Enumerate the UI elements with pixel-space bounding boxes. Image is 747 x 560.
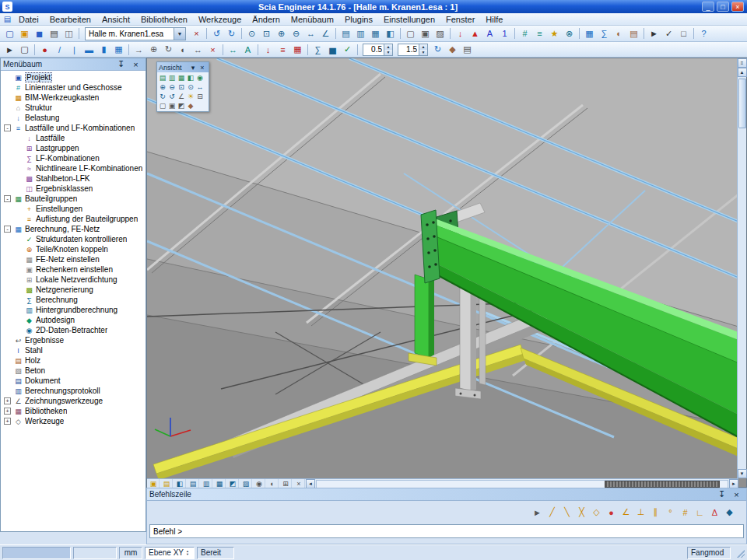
menu-ansicht[interactable]: Ansicht [96,14,135,25]
clipping-box-icon[interactable]: ⊗ [563,27,576,40]
vertical-scrollbar[interactable]: ≡ ▲ ▼ [737,58,746,478]
wireframe-mode-icon[interactable]: ▢ [404,27,417,40]
snap-perpendicular-icon[interactable]: ⊥ [634,506,647,519]
tree-item-projekt[interactable]: ▣Projekt [1,72,146,82]
tree-item-2d-daten-betrachter[interactable]: ◉2D-Daten-Betrachter [1,325,146,335]
new-plate-icon[interactable]: ▬ [82,44,96,56]
snap-grid-icon[interactable]: # [679,506,692,519]
new-beam-icon[interactable]: / [53,44,66,56]
split-view-button[interactable]: ≡ [738,58,747,68]
snap-length-icon[interactable]: Δ [708,506,721,519]
combinations-icon[interactable]: ∑ [311,44,324,56]
point-load-icon[interactable]: ↓ [261,44,275,56]
spin-up-icon[interactable]: ▲ [419,44,427,50]
tree-item-bibliotheken[interactable]: +▦Bibliotheken [1,406,146,416]
dimension-line-icon[interactable]: ↔ [226,44,240,56]
tree-item-rechenkern-einstellen[interactable]: ▣Rechenkern einstellen [1,264,146,275]
marquee-select-icon[interactable]: ▢ [18,44,31,56]
print-icon[interactable]: ▤ [47,27,61,40]
copy-picture-icon[interactable]: ◫ [62,27,75,40]
undo-icon[interactable]: ↺ [210,27,223,40]
spin-up-icon[interactable]: ▲ [384,44,392,50]
load-scale-spin[interactable]: ▲▼ [384,44,392,55]
scroll-down-button[interactable]: ▼ [738,469,747,478]
zoom-out-icon[interactable]: ⊖ [167,82,177,92]
tree-item-lastf-lle[interactable]: ↓Lastfälle [1,133,146,143]
line-load-icon[interactable]: ≡ [276,44,289,56]
zoom-out-icon[interactable]: ⊖ [289,27,303,40]
view-front-icon[interactable]: ▥ [167,73,177,82]
view-parameters-icon[interactable]: ◆ [446,44,459,56]
layers-icon[interactable]: ≡ [533,27,546,40]
tree-item-linienraster-und-geschosse[interactable]: #Linienraster und Geschosse [1,82,146,93]
menu-ndern[interactable]: Ändern [247,14,285,25]
restore-button-icon[interactable]: □ [717,2,729,12]
activity-filter-icon[interactable]: ★ [548,27,561,40]
select-by-property-icon[interactable]: ✓ [662,27,675,40]
tree-item-beton[interactable]: ▧Beton [1,366,146,376]
calculator-icon[interactable]: ∑ [598,27,611,40]
tree-item-berechnung-fe-netz[interactable]: -▦Berechnung, FE-Netz [1,224,146,234]
snap-cursor-icon[interactable]: ► [531,506,544,519]
tree-item-struktur[interactable]: ⌂Struktur [1,103,146,113]
pan-view-icon[interactable]: ↔ [304,27,317,40]
view-top-icon[interactable]: ▤ [339,27,352,40]
show-numbers-icon[interactable]: 1 [498,27,511,40]
plane-spinner[interactable]: ▲▼ [186,550,189,556]
snap-ortho-icon[interactable]: ∟ [693,506,707,519]
collapse-icon[interactable]: - [4,195,11,202]
menu-werkzeuge[interactable]: Werkzeuge [193,14,247,25]
tree-item-autodesign[interactable]: ◆Autodesign [1,315,146,325]
tree-item-zeichnungswerkzeuge[interactable]: +∠Zeichnungswerkzeuge [1,396,146,406]
snap-line-icon[interactable]: ╱ [545,506,559,519]
text-label-icon[interactable]: A [241,44,254,56]
ansicht-floating-toolbar[interactable]: Ansicht ▾× ▤▥▦◧◉⊕⊖⊡⊙↔↻↺∠☀⊟▢▣◩◆ [156,61,209,112]
shaded-icon[interactable]: ▣ [167,101,177,110]
zoom-window-icon[interactable]: ⊡ [177,82,186,92]
previous-view-icon[interactable]: ↺ [167,92,177,101]
pan-icon[interactable]: ↔ [195,82,205,92]
snap-midpoint-icon[interactable]: ◇ [590,506,603,519]
open-project-icon[interactable]: ▣ [18,27,31,40]
tree-item-lastgruppen[interactable]: ⊞Lastgruppen [1,143,146,153]
show-loads-icon[interactable]: ↓ [454,27,467,40]
display-scale-stepper[interactable]: ▲▼ [398,44,428,56]
tree-item-belastung[interactable]: ↓Belastung [1,113,146,123]
show-labels-icon[interactable]: A [483,27,496,40]
snap-angle-icon[interactable]: ∠ [619,506,633,519]
snap-endpoint-icon[interactable]: ╲ [560,506,573,519]
tree-item-stahl[interactable]: IStahl [1,345,146,355]
load-scale-stepper[interactable]: ▲▼ [363,44,393,56]
refresh-icon[interactable]: ↻ [431,44,444,56]
horizontal-scroll-thumb[interactable] [605,481,720,488]
clip-icon[interactable]: ⊟ [195,92,205,101]
view-side-icon[interactable]: ▦ [369,27,382,40]
menu-bibliotheken[interactable]: Bibliotheken [135,14,193,25]
snap-parallel-icon[interactable]: ∥ [649,506,662,519]
catalog-block-icon[interactable]: ▦ [112,44,125,56]
view-axo-icon[interactable]: ◧ [186,73,195,82]
document-selector-combo[interactable]: Halle m. Kranen1.esa ▼ [85,27,186,40]
document-view-icon[interactable]: ▤ [627,27,640,40]
tree-item-stahlbeton-lfk[interactable]: ▩Stahlbeton-LFK [1,173,146,184]
display-scale-spin[interactable]: ▲▼ [419,44,427,55]
rotate-icon[interactable]: ↻ [162,44,175,56]
view-front-icon[interactable]: ▥ [354,27,367,40]
mirror-icon[interactable]: ◐ [177,44,190,56]
ansicht-toolbar-header[interactable]: Ansicht ▾× [157,62,209,72]
new-column-icon[interactable]: | [68,44,81,56]
new-wall-icon[interactable]: ▮ [97,44,110,56]
results-diagram-icon[interactable]: ▅ [326,44,339,56]
shaded-mode-icon[interactable]: ▣ [419,27,432,40]
view-settings-icon[interactable]: ◆ [186,101,195,110]
menu-einstellungen[interactable]: Einstellungen [378,14,440,25]
zoom-all-icon[interactable]: ⊙ [186,82,195,92]
snap-node-icon[interactable]: ● [605,506,618,519]
move-icon[interactable]: → [132,44,146,56]
close-document-icon[interactable]: × [190,27,203,40]
snap-degree-icon[interactable]: ° [664,506,677,519]
view-side-icon[interactable]: ▦ [177,73,186,82]
command-input[interactable] [149,524,744,538]
zoom-in-icon[interactable]: ⊕ [275,27,288,40]
rotate-view-icon[interactable]: ∠ [319,27,332,40]
